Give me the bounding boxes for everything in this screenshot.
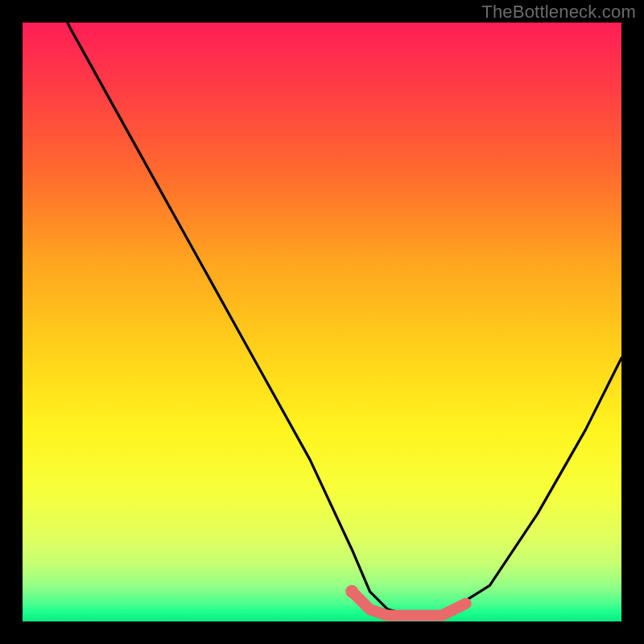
bottleneck-curve xyxy=(23,23,621,616)
watermark-text: TheBottleneck.com xyxy=(481,2,636,23)
curve-layer xyxy=(23,23,621,621)
marker-dot xyxy=(345,585,358,598)
plot-inner xyxy=(23,23,621,621)
plot-area xyxy=(23,23,621,621)
highlight-segment xyxy=(352,592,465,616)
chart-frame: TheBottleneck.com xyxy=(0,0,644,644)
